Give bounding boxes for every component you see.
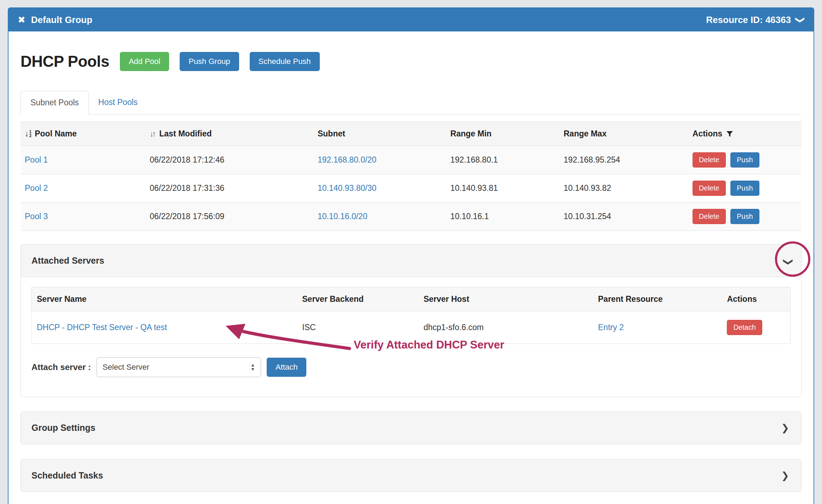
range-min: 192.168.80.1 (446, 146, 559, 174)
push-group-button[interactable]: Push Group (180, 52, 239, 71)
range-max: 10.140.93.82 (560, 174, 688, 203)
range-min: 10.10.16.1 (446, 203, 559, 231)
parent-resource-link[interactable]: Entry 2 (598, 323, 624, 332)
subnet-link[interactable]: 10.10.16.0/20 (318, 212, 367, 221)
attach-server-row: Attach server : Select Server ▲▼ Attach (31, 357, 791, 377)
server-host: dhcp1-sfo.6.com (418, 311, 593, 344)
col-range-min: Range Min (450, 129, 491, 138)
push-button[interactable]: Push (730, 181, 759, 196)
col-parent-resource: Parent Resource (593, 287, 722, 311)
subnet-pools-table: ↓ 12 Pool Name ↓↑ (21, 122, 801, 231)
tab-host-pools[interactable]: Host Pools (89, 91, 147, 115)
group-title: Default Group (31, 14, 92, 25)
col-pool-name[interactable]: Pool Name (35, 129, 77, 139)
delete-button[interactable]: Delete (693, 209, 726, 224)
attached-servers-table: Server Name Server Backend Server Host P… (31, 287, 791, 344)
delete-button[interactable]: Delete (693, 181, 726, 196)
pool-row: Pool 3 06/22/2018 17:56:09 10.10.16.0/20… (21, 203, 801, 231)
sort-numeric-icon[interactable]: ↓ 12 (25, 129, 31, 139)
default-group-panel: ✖ Default Group Resource ID: 46363 ❯ DHC… (8, 7, 814, 504)
pool-tabs: Subnet Pools Host Pools (21, 91, 801, 115)
schedule-push-button[interactable]: Schedule Push (250, 52, 320, 71)
pools-header-row: ↓ 12 Pool Name ↓↑ (21, 122, 801, 146)
col-server-host: Server Host (418, 287, 593, 311)
chevron-right-icon[interactable]: ❯ (781, 422, 789, 434)
toolbar: DHCP Pools Add Pool Push Group Schedule … (21, 52, 801, 71)
delete-button[interactable]: Delete (693, 152, 726, 168)
scheduled-tasks-panel: Scheduled Tasks ❯ (21, 459, 801, 492)
group-settings-panel: Group Settings ❯ (21, 411, 801, 444)
subnet-link[interactable]: 192.168.80.0/20 (318, 155, 376, 164)
chevron-right-icon[interactable]: ❯ (781, 470, 789, 481)
pool-modified: 06/22/2018 17:56:09 (145, 203, 313, 231)
range-max: 192.168.95.254 (560, 146, 688, 174)
add-pool-button[interactable]: Add Pool (120, 52, 169, 71)
pool-modified: 06/22/2018 17:12:46 (145, 146, 313, 174)
tab-subnet-pools[interactable]: Subnet Pools (21, 91, 89, 115)
range-max: 10.10.31.254 (560, 203, 688, 231)
server-row: DHCP - DHCP Test Server - QA test ISC dh… (32, 311, 791, 344)
pool-name-link[interactable]: Pool 2 (25, 183, 48, 193)
filter-icon[interactable] (726, 130, 734, 138)
subnet-link[interactable]: 10.140.93.80/30 (318, 183, 376, 193)
select-value: Select Server (103, 363, 149, 372)
pool-row: Pool 1 06/22/2018 17:12:46 192.168.80.0/… (21, 146, 801, 174)
scheduled-tasks-header[interactable]: Scheduled Tasks ❯ (21, 459, 801, 492)
close-icon[interactable]: ✖ (18, 14, 25, 25)
select-arrows-icon: ▲▼ (250, 363, 255, 371)
attach-server-label: Attach server : (31, 362, 91, 372)
col-subnet: Subnet (318, 129, 345, 138)
col-last-modified[interactable]: Last Modified (159, 129, 212, 139)
server-name-link[interactable]: DHCP - DHCP Test Server - QA test (37, 323, 167, 332)
group-settings-title: Group Settings (31, 423, 95, 433)
push-button[interactable]: Push (730, 152, 759, 168)
col-actions: Actions (693, 129, 722, 139)
col-server-actions: Actions (722, 287, 790, 311)
attached-servers-title: Attached Servers (31, 256, 104, 265)
pool-name-link[interactable]: Pool 1 (25, 155, 48, 164)
attached-servers-header[interactable]: Attached Servers ❯ (21, 245, 801, 277)
page-title: DHCP Pools (21, 53, 109, 70)
panel-header: ✖ Default Group Resource ID: 46363 ❯ (8, 8, 814, 31)
servers-header-row: Server Name Server Backend Server Host P… (32, 287, 791, 311)
col-server-backend: Server Backend (297, 287, 418, 311)
col-range-max: Range Max (564, 129, 607, 138)
scheduled-tasks-title: Scheduled Tasks (31, 470, 103, 480)
col-server-name: Server Name (32, 287, 297, 311)
sort-icon[interactable]: ↓↑ (150, 129, 156, 139)
range-min: 10.140.93.81 (446, 174, 559, 203)
pool-row: Pool 2 06/22/2018 17:31:36 10.140.93.80/… (21, 174, 801, 203)
chevron-down-icon[interactable]: ❯ (783, 258, 794, 266)
attach-button[interactable]: Attach (267, 358, 306, 377)
attached-servers-panel: Attached Servers ❯ Server Name Server Ba… (21, 244, 801, 397)
server-backend: ISC (297, 311, 418, 344)
detach-button[interactable]: Detach (727, 320, 762, 335)
resource-id: Resource ID: 46363 (706, 14, 791, 25)
attach-server-select[interactable]: Select Server ▲▼ (97, 357, 261, 377)
resource-id-toggle[interactable]: Resource ID: 46363 ❯ (706, 14, 804, 25)
pool-name-link[interactable]: Pool 3 (25, 212, 48, 221)
chevron-down-icon: ❯ (795, 16, 806, 24)
push-button[interactable]: Push (730, 209, 759, 224)
group-settings-header[interactable]: Group Settings ❯ (21, 412, 801, 444)
pool-modified: 06/22/2018 17:31:36 (145, 174, 313, 203)
